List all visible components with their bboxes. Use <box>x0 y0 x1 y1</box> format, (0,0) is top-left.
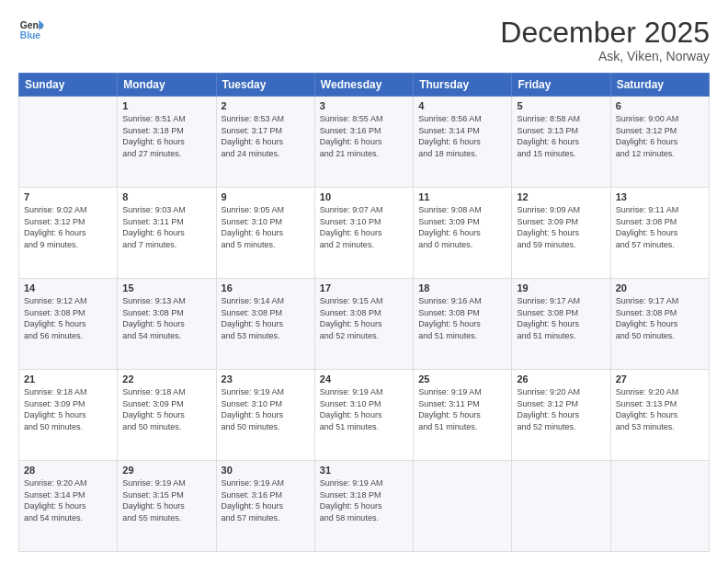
day-info: Sunrise: 8:51 AM Sunset: 3:18 PM Dayligh… <box>122 113 210 159</box>
day-number: 5 <box>517 100 605 111</box>
day-info: Sunrise: 8:56 AM Sunset: 3:14 PM Dayligh… <box>418 113 506 159</box>
day-number: 29 <box>122 465 210 476</box>
day-number: 15 <box>122 282 210 293</box>
logo-icon: General Blue <box>18 17 44 42</box>
day-cell: 19Sunrise: 9:17 AM Sunset: 3:08 PM Dayli… <box>512 279 610 370</box>
day-cell: 5Sunrise: 8:58 AM Sunset: 3:13 PM Daylig… <box>512 97 610 188</box>
day-cell: 4Sunrise: 8:56 AM Sunset: 3:14 PM Daylig… <box>414 97 512 188</box>
day-cell <box>414 461 512 552</box>
day-number: 20 <box>616 282 704 293</box>
svg-text:Blue: Blue <box>20 30 41 40</box>
day-cell: 20Sunrise: 9:17 AM Sunset: 3:08 PM Dayli… <box>610 279 709 370</box>
day-cell: 9Sunrise: 9:05 AM Sunset: 3:10 PM Daylig… <box>216 188 314 279</box>
day-info: Sunrise: 8:58 AM Sunset: 3:13 PM Dayligh… <box>517 113 605 159</box>
calendar-table: SundayMondayTuesdayWednesdayThursdayFrid… <box>18 73 710 552</box>
day-number: 11 <box>418 191 506 202</box>
day-number: 22 <box>122 373 210 385</box>
day-number: 13 <box>616 191 704 202</box>
day-info: Sunrise: 9:18 AM Sunset: 3:09 PM Dayligh… <box>24 386 112 432</box>
header: General Blue December 2025 Ask, Viken, N… <box>18 17 710 63</box>
day-info: Sunrise: 9:19 AM Sunset: 3:18 PM Dayligh… <box>320 477 408 523</box>
location-subtitle: Ask, Viken, Norway <box>500 49 710 63</box>
day-cell: 29Sunrise: 9:19 AM Sunset: 3:15 PM Dayli… <box>118 461 216 552</box>
day-cell: 11Sunrise: 9:08 AM Sunset: 3:09 PM Dayli… <box>414 188 512 279</box>
day-cell: 13Sunrise: 9:11 AM Sunset: 3:08 PM Dayli… <box>610 188 709 279</box>
header-cell-monday: Monday <box>118 74 216 97</box>
week-row-4: 21Sunrise: 9:18 AM Sunset: 3:09 PM Dayli… <box>19 370 710 461</box>
week-row-3: 14Sunrise: 9:12 AM Sunset: 3:08 PM Dayli… <box>19 279 710 370</box>
day-info: Sunrise: 9:17 AM Sunset: 3:08 PM Dayligh… <box>616 295 704 341</box>
header-cell-friday: Friday <box>512 74 610 97</box>
header-cell-thursday: Thursday <box>414 74 512 97</box>
day-info: Sunrise: 9:18 AM Sunset: 3:09 PM Dayligh… <box>122 386 210 432</box>
day-info: Sunrise: 9:05 AM Sunset: 3:10 PM Dayligh… <box>222 204 310 250</box>
day-info: Sunrise: 9:07 AM Sunset: 3:10 PM Dayligh… <box>320 204 408 250</box>
day-info: Sunrise: 9:19 AM Sunset: 3:10 PM Dayligh… <box>320 386 408 432</box>
day-info: Sunrise: 9:20 AM Sunset: 3:13 PM Dayligh… <box>616 386 704 432</box>
day-number: 21 <box>24 373 112 385</box>
day-info: Sunrise: 8:55 AM Sunset: 3:16 PM Dayligh… <box>320 113 408 159</box>
month-title: December 2025 <box>500 17 710 49</box>
day-number: 24 <box>320 373 408 385</box>
calendar-page: General Blue December 2025 Ask, Viken, N… <box>0 0 728 563</box>
title-block: December 2025 Ask, Viken, Norway <box>500 17 710 63</box>
day-cell: 25Sunrise: 9:19 AM Sunset: 3:11 PM Dayli… <box>414 370 512 461</box>
day-info: Sunrise: 9:11 AM Sunset: 3:08 PM Dayligh… <box>616 204 704 250</box>
day-info: Sunrise: 9:12 AM Sunset: 3:08 PM Dayligh… <box>24 295 112 341</box>
day-number: 31 <box>320 465 408 476</box>
header-row: SundayMondayTuesdayWednesdayThursdayFrid… <box>19 74 710 97</box>
day-cell: 15Sunrise: 9:13 AM Sunset: 3:08 PM Dayli… <box>118 279 216 370</box>
day-cell: 30Sunrise: 9:19 AM Sunset: 3:16 PM Dayli… <box>216 461 314 552</box>
day-info: Sunrise: 9:20 AM Sunset: 3:12 PM Dayligh… <box>517 386 605 432</box>
day-info: Sunrise: 9:19 AM Sunset: 3:16 PM Dayligh… <box>222 477 310 523</box>
day-number: 6 <box>616 100 704 111</box>
day-cell: 1Sunrise: 8:51 AM Sunset: 3:18 PM Daylig… <box>118 97 216 188</box>
day-info: Sunrise: 9:19 AM Sunset: 3:10 PM Dayligh… <box>222 386 310 432</box>
header-cell-sunday: Sunday <box>19 74 118 97</box>
day-info: Sunrise: 9:19 AM Sunset: 3:15 PM Dayligh… <box>122 477 210 523</box>
day-info: Sunrise: 9:09 AM Sunset: 3:09 PM Dayligh… <box>517 204 605 250</box>
day-cell: 27Sunrise: 9:20 AM Sunset: 3:13 PM Dayli… <box>610 370 709 461</box>
day-info: Sunrise: 8:53 AM Sunset: 3:17 PM Dayligh… <box>222 113 310 159</box>
day-number: 7 <box>24 191 112 202</box>
day-number: 4 <box>418 100 506 111</box>
day-cell: 14Sunrise: 9:12 AM Sunset: 3:08 PM Dayli… <box>19 279 118 370</box>
day-info: Sunrise: 9:19 AM Sunset: 3:11 PM Dayligh… <box>418 386 506 432</box>
day-number: 12 <box>517 191 605 202</box>
header-cell-wednesday: Wednesday <box>314 74 413 97</box>
day-cell: 2Sunrise: 8:53 AM Sunset: 3:17 PM Daylig… <box>216 97 314 188</box>
day-cell: 3Sunrise: 8:55 AM Sunset: 3:16 PM Daylig… <box>314 97 413 188</box>
day-info: Sunrise: 9:02 AM Sunset: 3:12 PM Dayligh… <box>24 204 112 250</box>
day-number: 10 <box>320 191 408 202</box>
day-cell <box>19 97 118 188</box>
day-cell: 10Sunrise: 9:07 AM Sunset: 3:10 PM Dayli… <box>314 188 413 279</box>
day-cell <box>610 461 709 552</box>
day-info: Sunrise: 9:15 AM Sunset: 3:08 PM Dayligh… <box>320 295 408 341</box>
day-info: Sunrise: 9:20 AM Sunset: 3:14 PM Dayligh… <box>24 477 112 523</box>
week-row-1: 1Sunrise: 8:51 AM Sunset: 3:18 PM Daylig… <box>19 97 710 188</box>
day-cell: 17Sunrise: 9:15 AM Sunset: 3:08 PM Dayli… <box>314 279 413 370</box>
day-cell: 22Sunrise: 9:18 AM Sunset: 3:09 PM Dayli… <box>118 370 216 461</box>
day-number: 16 <box>222 282 310 293</box>
day-cell: 26Sunrise: 9:20 AM Sunset: 3:12 PM Dayli… <box>512 370 610 461</box>
day-number: 1 <box>122 100 210 111</box>
day-number: 19 <box>517 282 605 293</box>
header-cell-saturday: Saturday <box>610 74 709 97</box>
header-cell-tuesday: Tuesday <box>216 74 314 97</box>
logo: General Blue <box>18 17 44 42</box>
day-cell: 24Sunrise: 9:19 AM Sunset: 3:10 PM Dayli… <box>314 370 413 461</box>
day-cell: 8Sunrise: 9:03 AM Sunset: 3:11 PM Daylig… <box>118 188 216 279</box>
day-cell: 28Sunrise: 9:20 AM Sunset: 3:14 PM Dayli… <box>19 461 118 552</box>
day-number: 25 <box>418 373 506 385</box>
day-number: 2 <box>222 100 310 111</box>
day-cell: 12Sunrise: 9:09 AM Sunset: 3:09 PM Dayli… <box>512 188 610 279</box>
day-cell <box>512 461 610 552</box>
day-cell: 18Sunrise: 9:16 AM Sunset: 3:08 PM Dayli… <box>414 279 512 370</box>
day-number: 28 <box>24 465 112 476</box>
day-number: 26 <box>517 373 605 385</box>
day-number: 8 <box>122 191 210 202</box>
week-row-2: 7Sunrise: 9:02 AM Sunset: 3:12 PM Daylig… <box>19 188 710 279</box>
day-info: Sunrise: 9:03 AM Sunset: 3:11 PM Dayligh… <box>122 204 210 250</box>
day-cell: 23Sunrise: 9:19 AM Sunset: 3:10 PM Dayli… <box>216 370 314 461</box>
day-info: Sunrise: 9:14 AM Sunset: 3:08 PM Dayligh… <box>222 295 310 341</box>
